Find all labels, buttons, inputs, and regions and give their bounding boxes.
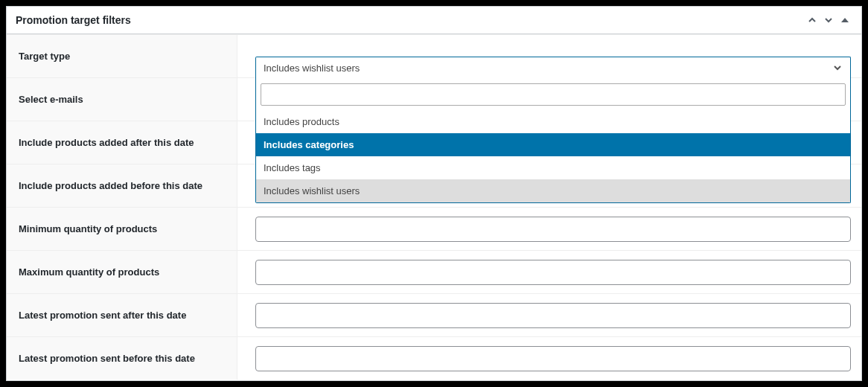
label-added-before: Include products added before this date (7, 164, 237, 207)
label-target-type: Target type (7, 35, 237, 77)
row-sent-after: Latest promotion sent after this date (7, 293, 861, 336)
promotion-target-filters-panel: Promotion target filters Target type Inc… (6, 6, 862, 381)
row-target-type: Target type Includes wishlist users Incl… (7, 34, 861, 77)
target-type-option[interactable]: Includes tags (256, 156, 850, 179)
target-type-option[interactable]: Includes wishlist users (256, 179, 850, 202)
row-max-qty: Maximum quantity of products (7, 250, 861, 293)
min-qty-input[interactable] (255, 217, 851, 242)
target-type-dropdown-panel: Includes productsIncludes categoriesIncl… (255, 79, 851, 203)
move-down-icon[interactable] (821, 13, 836, 28)
panel-title: Promotion target filters (16, 14, 131, 26)
label-sent-after: Latest promotion sent after this date (7, 294, 237, 336)
target-type-search-input[interactable] (261, 83, 846, 106)
field-sent-after (237, 295, 861, 336)
sent-before-input[interactable] (255, 346, 851, 371)
panel-header-icons (805, 13, 852, 28)
chevron-down-icon (832, 63, 843, 73)
target-type-dropdown: Includes wishlist users Includes product… (255, 57, 851, 203)
field-target-type: Includes wishlist users Includes product… (237, 49, 861, 64)
field-sent-before (237, 339, 861, 379)
label-added-after: Include products added after this date (7, 121, 237, 164)
row-sent-before: Latest promotion sent before this date (7, 336, 861, 380)
max-qty-input[interactable] (255, 260, 851, 285)
target-type-search-wrap (256, 79, 850, 110)
collapse-icon[interactable] (837, 13, 852, 28)
target-type-selected-label: Includes wishlist users (264, 63, 360, 74)
panel-header: Promotion target filters (7, 7, 861, 34)
sent-after-input[interactable] (255, 303, 851, 328)
move-up-icon[interactable] (805, 13, 820, 28)
target-type-option[interactable]: Includes products (256, 110, 850, 133)
field-max-qty (237, 252, 861, 292)
label-select-emails: Select e-mails (7, 78, 237, 121)
target-type-option[interactable]: Includes categories (256, 133, 850, 156)
label-sent-before: Latest promotion sent before this date (7, 337, 237, 380)
field-min-qty (237, 209, 861, 249)
target-type-selected[interactable]: Includes wishlist users (255, 57, 851, 79)
target-type-options: Includes productsIncludes categoriesIncl… (256, 110, 850, 202)
label-min-qty: Minimum quantity of products (7, 208, 237, 250)
row-min-qty: Minimum quantity of products (7, 207, 861, 250)
label-max-qty: Maximum quantity of products (7, 251, 237, 293)
